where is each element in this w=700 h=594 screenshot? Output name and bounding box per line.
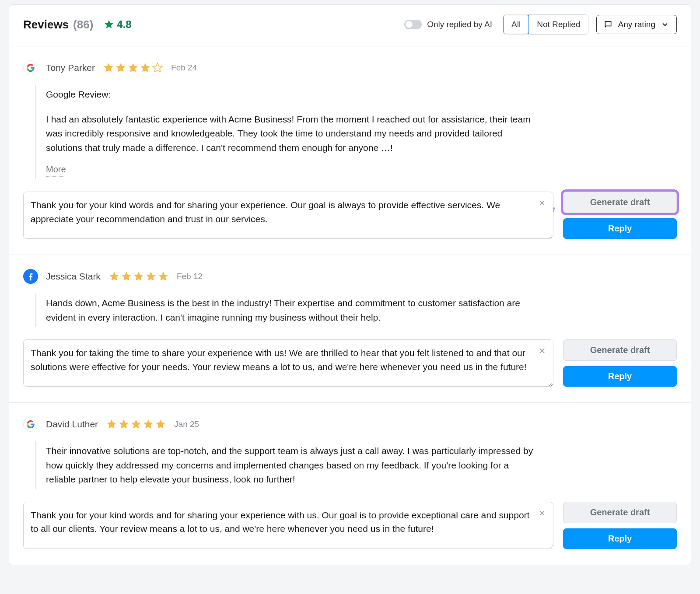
star-icon — [108, 271, 120, 282]
star-icon — [118, 419, 130, 430]
reply-input[interactable]: Thank you for your kind words and for sh… — [23, 502, 553, 549]
ai-toggle[interactable] — [404, 20, 422, 29]
review-date: Jan 25 — [174, 419, 199, 429]
clear-reply-button[interactable] — [537, 508, 547, 518]
reviews-list: Tony Parker Feb 24 Google Review: I had … — [9, 46, 691, 565]
star-icon — [103, 62, 114, 73]
star-icon — [127, 62, 139, 73]
reviewer-name: Tony Parker — [46, 63, 95, 73]
reply-row: Thank you for your kind words and for sh… — [23, 192, 677, 239]
rating-dropdown[interactable]: Any rating — [596, 15, 677, 34]
reply-input[interactable]: Thank you for taking the time to share y… — [23, 339, 553, 387]
review-count: (86) — [73, 18, 93, 31]
review-date: Feb 24 — [171, 63, 197, 73]
segment-not-replied[interactable]: Not Replied — [529, 15, 588, 34]
reply-buttons: Generate draft Reply — [563, 339, 677, 387]
star-icon — [130, 419, 142, 430]
close-icon — [538, 509, 546, 517]
ai-filter-label: Only replied by AI — [427, 20, 492, 29]
reply-row: Thank you for your kind words and for sh… — [23, 502, 677, 549]
generate-draft-button[interactable]: Generate draft — [563, 339, 677, 361]
star-icon — [152, 62, 163, 73]
review-text: Hands down, Acme Business is the best in… — [46, 298, 520, 322]
reply-input[interactable]: Thank you for your kind words and for sh… — [23, 192, 553, 239]
generate-draft-button[interactable]: Generate draft — [563, 192, 677, 213]
rating-dropdown-label: Any rating — [618, 20, 655, 29]
star-icon — [106, 419, 117, 430]
review-date: Feb 12 — [177, 272, 203, 281]
star-icon — [115, 62, 126, 73]
star-icon — [155, 419, 166, 430]
clear-reply-button[interactable] — [537, 346, 547, 356]
chat-icon — [604, 20, 612, 29]
review-item: David Luther Jan 25 Their innovative sol… — [9, 402, 691, 565]
review-header: David Luther Jan 25 — [23, 417, 677, 432]
star-rating — [106, 419, 166, 430]
review-item: Jessica Stark Feb 12 Hands down, Acme Bu… — [9, 255, 691, 402]
star-icon — [133, 271, 144, 282]
star-rating — [108, 271, 169, 282]
review-text: I had an absolutely fantastic experience… — [46, 114, 531, 153]
star-icon — [145, 271, 157, 282]
avg-rating-value: 4.8 — [117, 18, 131, 31]
title-wrap: Reviews (86) — [23, 18, 93, 31]
reply-button[interactable]: Reply — [563, 528, 677, 549]
reply-filter-segment: All Not Replied — [503, 14, 588, 35]
close-icon — [538, 199, 546, 207]
reviewer-name: David Luther — [46, 419, 98, 430]
review-text: Their innovative solutions are top-notch… — [46, 446, 533, 484]
reply-buttons: Generate draft Reply — [563, 192, 677, 239]
review-header: Tony Parker Feb 24 — [23, 60, 677, 75]
reviewer-name: Jessica Stark — [46, 271, 101, 282]
reviews-panel: Reviews (86) 4.8 Only replied by AI All … — [9, 4, 691, 565]
reply-buttons: Generate draft Reply — [563, 502, 677, 549]
star-icon — [104, 19, 114, 30]
star-icon — [121, 271, 132, 282]
star-icon — [143, 419, 154, 430]
star-icon — [140, 62, 151, 73]
facebook-icon — [23, 269, 38, 284]
segment-all[interactable]: All — [503, 14, 529, 35]
clear-reply-button[interactable] — [537, 198, 547, 208]
ai-filter: Only replied by AI — [404, 20, 492, 29]
review-source-label: Google Review: — [46, 87, 534, 102]
reply-row: Thank you for taking the time to share y… — [23, 339, 677, 387]
review-body: Google Review: I had an absolutely fanta… — [35, 85, 534, 179]
average-rating: 4.8 — [104, 18, 131, 31]
page-title: Reviews — [23, 18, 69, 31]
star-icon — [158, 271, 169, 282]
google-icon — [23, 417, 38, 432]
more-link[interactable]: More — [46, 163, 66, 177]
reply-button[interactable]: Reply — [563, 218, 677, 239]
review-item: Tony Parker Feb 24 Google Review: I had … — [9, 46, 691, 255]
star-rating — [103, 62, 163, 73]
review-body: Their innovative solutions are top-notch… — [35, 441, 534, 489]
google-icon — [23, 60, 38, 75]
close-icon — [538, 347, 546, 355]
reply-button[interactable]: Reply — [563, 366, 677, 387]
chevron-down-icon — [661, 20, 669, 29]
generate-draft-button[interactable]: Generate draft — [563, 502, 677, 523]
review-header: Jessica Stark Feb 12 — [23, 269, 677, 284]
reviews-header: Reviews (86) 4.8 Only replied by AI All … — [9, 5, 691, 46]
review-body: Hands down, Acme Business is the best in… — [35, 294, 534, 327]
